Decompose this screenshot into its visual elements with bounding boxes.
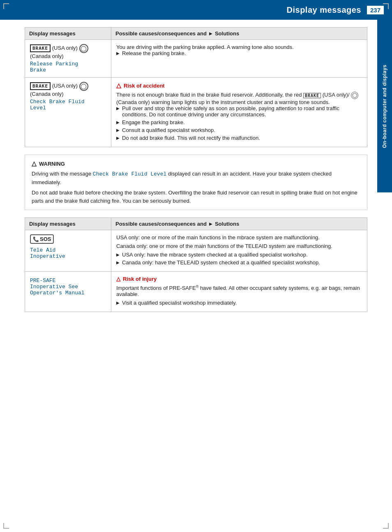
tele-canada-1: Canada only: one or more of the main fun… bbox=[116, 243, 362, 249]
solution-item: Consult a qualified specialist workshop. bbox=[116, 127, 362, 133]
solution-item: Canada only: have the TELEAID system che… bbox=[116, 259, 362, 266]
table1: Display messages Possible causes/consequ… bbox=[25, 27, 367, 147]
usa-only-label-2: (USA only) bbox=[52, 83, 78, 89]
registered-mark: ® bbox=[196, 285, 199, 289]
warning-box: △ WARNING Driving with the message Check… bbox=[25, 155, 367, 210]
table1-col2-header: Possible causes/consequences and ► Solut… bbox=[111, 28, 367, 40]
corner-mark-bl bbox=[3, 523, 9, 529]
brake-badge-2: BRAKE bbox=[30, 82, 51, 90]
inline-brake-badge: BRAKE bbox=[303, 93, 321, 98]
corner-mark-tl bbox=[3, 3, 9, 9]
table-row: BRAKE (USA only) ◯ (Canada only) Check B… bbox=[25, 78, 367, 147]
sos-text: SOS bbox=[40, 236, 51, 242]
risk-injury-header: △ Risk of injury bbox=[116, 276, 362, 282]
corner-mark-br bbox=[383, 523, 389, 529]
header-bar: Display messages 237 bbox=[0, 0, 392, 20]
solution-item: Pull over and stop the vehicle safely as… bbox=[116, 105, 362, 118]
brake-circle-icon-2: ◯ bbox=[79, 82, 88, 91]
pre-safe-label: PRE-SAFEInoperative SeeOperator's Manual bbox=[30, 278, 106, 296]
header-title: Display messages bbox=[287, 5, 361, 15]
main-content: Display messages Possible causes/consequ… bbox=[0, 20, 392, 327]
tele-solutions-list: USA only: have the mbrace system checked… bbox=[116, 252, 362, 266]
warning-para2: Do not add brake fluid before checking t… bbox=[32, 189, 360, 205]
table-row: 📞 SOS Tele AidInoperative USA only: one … bbox=[25, 230, 367, 272]
release-parking-label: Release ParkingBrake bbox=[30, 61, 106, 73]
warning-title: △ WARNING bbox=[32, 160, 360, 167]
table2-row1-solution: USA only: one or more of the main functi… bbox=[111, 230, 367, 272]
check-brake-label: Check Brake FluidLevel bbox=[30, 99, 106, 111]
usa-only-label: (USA only) bbox=[52, 45, 78, 51]
table-row: BRAKE (USA only) ◯ (Canada only) Release… bbox=[25, 40, 367, 78]
canada-only-label-2: (Canada only) bbox=[30, 91, 64, 97]
table2-row2-solution: △ Risk of injury Important functions of … bbox=[111, 272, 367, 312]
risk-accident-header: △ Risk of accident bbox=[116, 82, 362, 89]
side-tab: On-board computer and displays bbox=[377, 20, 392, 192]
pre-safe-description: Important functions of PRE-SAFE® have fa… bbox=[116, 285, 362, 297]
table2: Display messages Possible causes/consequ… bbox=[25, 217, 367, 312]
row1-solutions-list: Release the parking brake. bbox=[116, 50, 362, 56]
row2-solutions-list: Pull over and stop the vehicle safely as… bbox=[116, 105, 362, 141]
table1-row1-display: BRAKE (USA only) ◯ (Canada only) Release… bbox=[25, 40, 111, 78]
brake-badge: BRAKE bbox=[30, 44, 51, 52]
warning-triangle-icon-2: △ bbox=[116, 276, 120, 282]
inline-brake-circle: ◯ bbox=[351, 92, 358, 99]
table1-row2-solution: △ Risk of accident There is not enough b… bbox=[111, 78, 367, 147]
solution-item: Do not add brake fluid. This will not re… bbox=[116, 135, 362, 141]
tele-aid-label: Tele AidInoperative bbox=[30, 247, 106, 259]
warning-para1: Driving with the message Check Brake Flu… bbox=[32, 170, 360, 186]
solution-item: Release the parking brake. bbox=[116, 50, 362, 56]
risk-injury-label: Risk of injury bbox=[123, 276, 157, 282]
sos-phone-icon: 📞 bbox=[33, 236, 39, 242]
table1-col1-header: Display messages bbox=[25, 28, 111, 40]
table2-col2-header: Possible causes/consequences and ► Solut… bbox=[111, 218, 367, 230]
sos-icon-box: 📞 SOS bbox=[30, 234, 54, 244]
solution-item: Visit a qualified specialist workshop im… bbox=[116, 300, 362, 306]
table2-col1-header: Display messages bbox=[25, 218, 111, 230]
canada-only-label: (Canada only) bbox=[30, 53, 64, 59]
corner-mark-tr bbox=[383, 3, 389, 9]
table1-row2-display: BRAKE (USA only) ◯ (Canada only) Check B… bbox=[25, 78, 111, 147]
warning-label: WARNING bbox=[39, 161, 65, 167]
table1-row1-solution: You are driving with the parking brake a… bbox=[111, 40, 367, 78]
table2-row1-display: 📞 SOS Tele AidInoperative bbox=[25, 230, 111, 272]
row1-description: You are driving with the parking brake a… bbox=[116, 44, 362, 50]
risk-accident-label: Risk of accident bbox=[124, 83, 165, 89]
pre-safe-solutions: Visit a qualified specialist workshop im… bbox=[116, 300, 362, 306]
check-brake-inline: Check Brake Fluid Level bbox=[93, 171, 166, 177]
warning-triangle-icon: △ bbox=[116, 82, 121, 89]
brake-circle-icon: ◯ bbox=[79, 44, 88, 53]
solution-item: Engage the parking brake. bbox=[116, 119, 362, 125]
warning-icon: △ bbox=[32, 160, 37, 167]
page-number: 237 bbox=[367, 6, 384, 14]
solution-item: USA only: have the mbrace system checked… bbox=[116, 252, 362, 258]
table-row: PRE-SAFEInoperative SeeOperator's Manual… bbox=[25, 272, 367, 312]
table2-row2-display: PRE-SAFEInoperative SeeOperator's Manual bbox=[25, 272, 111, 312]
tele-usa-1: USA only: one or more of the main functi… bbox=[116, 234, 362, 241]
row2-description: There is not enough brake fluid in the b… bbox=[116, 92, 362, 105]
